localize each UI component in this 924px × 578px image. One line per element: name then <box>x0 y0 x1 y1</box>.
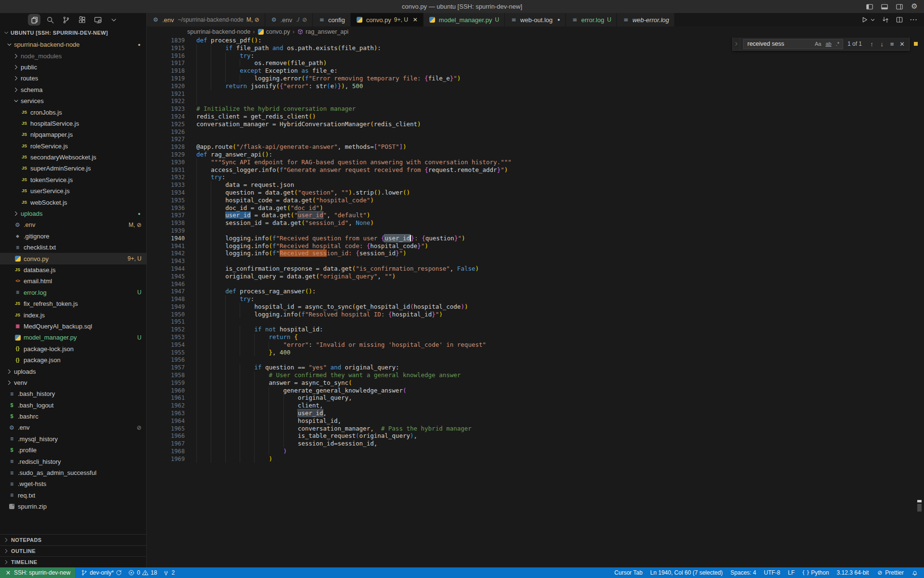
line-number[interactable]: 1960 <box>147 387 196 395</box>
line-number[interactable]: 1954 <box>147 342 196 349</box>
explorer-item-package.json[interactable]: {}package.json <box>0 355 146 366</box>
cursor-tab-status[interactable]: Cursor Tab <box>615 569 642 576</box>
explorer-item-email.html[interactable]: <>email.html <box>0 276 146 287</box>
explorer-item-spurrinai-backend-node[interactable]: spurrinai-backend-node● <box>0 39 146 50</box>
explorer-item-MedQueryAI-backup.sql[interactable]: ≣MedQueryAI_backup.sql <box>0 321 146 332</box>
line-number[interactable]: 1953 <box>147 334 196 342</box>
code-line-1949[interactable]: 1949hospital_id = async_to_sync(get_hosp… <box>147 303 924 311</box>
code-line-1923[interactable]: 1923# Initialize the hybrid conversation… <box>147 105 924 113</box>
code-text[interactable]: return jsonify({"error": str(e)}), 500 <box>196 82 363 90</box>
explorer-item-model-manager.py[interactable]: model_manager.pyU <box>0 332 146 343</box>
explorer-item-.env[interactable]: ⚙.env⊘ <box>0 422 146 433</box>
explorer-item-.mysql-history[interactable]: ≡.mysql_history <box>0 434 146 445</box>
code-line-1942[interactable]: 1942logging.info(f"Received session_id: … <box>147 250 924 257</box>
find-close-button[interactable]: ✕ <box>897 39 907 49</box>
line-number[interactable]: 1923 <box>147 105 196 113</box>
explorer-item-nlpqamapper.js[interactable]: JSnlpqamapper.js <box>0 129 146 140</box>
line-number[interactable]: 1949 <box>147 303 196 311</box>
line-number[interactable]: 1939 <box>147 227 196 235</box>
extensions-icon[interactable] <box>76 14 88 26</box>
code-line-1946[interactable]: 1946 <box>147 280 924 288</box>
code-text[interactable]: def process_pdf(): <box>196 37 261 44</box>
explorer-item-.profile[interactable]: $.profile <box>0 445 146 456</box>
line-number[interactable]: 1968 <box>147 448 196 456</box>
line-number[interactable]: 1946 <box>147 281 196 289</box>
code-line-1938[interactable]: 1938session_id = data.get("session_id", … <box>147 219 924 227</box>
code-text[interactable]: if not hospital_id: <box>196 326 323 333</box>
layout-sidebar-left-icon[interactable] <box>866 3 873 11</box>
explorer-item-index.js[interactable]: JSindex.js <box>0 309 146 320</box>
code-text[interactable]: os.remove(file_path) <box>196 59 327 66</box>
code-text[interactable] <box>196 356 240 363</box>
line-number[interactable]: 1961 <box>147 394 196 402</box>
tab-.env[interactable]: ⚙.env~/spurrinai-backend-nodeM, ⊘ <box>147 13 265 26</box>
explorer-item-routes[interactable]: routes <box>0 73 146 84</box>
code-line-1920[interactable]: 1920return jsonify({"error": str(e)}), 5… <box>147 82 924 90</box>
explorer-item-fix-refresh-token.js[interactable]: JSfix_refresh_token.js <box>0 298 146 309</box>
problems-status[interactable]: 018 <box>128 569 157 576</box>
code-text[interactable]: hospital_id, <box>196 417 341 424</box>
line-number[interactable]: 1959 <box>147 380 196 387</box>
code-line-1924[interactable]: 1924redis_client = get_redis_client() <box>147 113 924 120</box>
line-number[interactable]: 1937 <box>147 212 196 220</box>
explorer-item-checklist.txt[interactable]: ≡checklist.txt <box>0 242 146 253</box>
explorer-item-userService.js[interactable]: JSuserService.js <box>0 185 146 197</box>
notifications-status[interactable] <box>911 569 918 576</box>
explorer-item-.env[interactable]: ⚙.envM, ⊘ <box>0 219 146 230</box>
remote-explorer-icon[interactable] <box>91 14 104 26</box>
line-number[interactable]: 1965 <box>147 425 196 433</box>
line-number[interactable]: 1925 <box>147 121 196 129</box>
line-number[interactable]: 1958 <box>147 372 196 380</box>
find-previous-button[interactable]: ↑ <box>867 39 877 49</box>
line-number[interactable]: 1924 <box>147 113 196 121</box>
explorer-item-.sudo-as-admin-successful[interactable]: ≡.sudo_as_admin_successful <box>0 467 146 478</box>
explorer-item-services[interactable]: services <box>0 95 146 106</box>
code-text[interactable]: conversation_manager = HybridConversatio… <box>196 120 421 128</box>
explorer-icon[interactable] <box>28 14 40 26</box>
explorer-item-.wget-hsts[interactable]: ≡.wget-hsts <box>0 478 146 489</box>
code-text[interactable]: ) <box>196 455 272 462</box>
code-line-1966[interactable]: 1966is_table_request(original_query), <box>147 432 924 440</box>
explorer-item-uploads[interactable]: uploads● <box>0 208 146 219</box>
line-number[interactable]: 1917 <box>147 60 196 67</box>
line-number[interactable]: 1918 <box>147 67 196 75</box>
close-icon[interactable]: ✕ <box>413 16 418 23</box>
code-line-1922[interactable]: 1922 <box>147 97 924 105</box>
tab-web-out.log[interactable]: ≡web-out.log● <box>505 13 566 26</box>
tab-web-error.log[interactable]: ≡web-error.log <box>617 13 675 26</box>
compare-changes-button[interactable] <box>882 16 889 24</box>
scrollbar-thumb[interactable] <box>917 504 922 512</box>
line-number[interactable]: 1966 <box>147 433 196 440</box>
code-editor[interactable]: 1839def process_pdf():1915if file_path a… <box>147 37 924 567</box>
code-text[interactable]: except Exception as file_e: <box>196 67 338 74</box>
line-number[interactable]: 1969 <box>147 456 196 463</box>
code-line-1932[interactable]: 1932try: <box>147 173 924 181</box>
run-dropdown-chevron[interactable] <box>870 17 875 23</box>
code-line-1963[interactable]: 1963user_id, <box>147 409 924 417</box>
find-collapse-toggle[interactable] <box>733 38 740 50</box>
line-number[interactable]: 1950 <box>147 311 196 319</box>
code-text[interactable]: hospital_code = data.get("hospital_code"… <box>196 197 374 204</box>
code-line-1969[interactable]: 1969) <box>147 455 924 463</box>
code-text[interactable] <box>196 318 240 325</box>
search-icon[interactable] <box>44 14 56 26</box>
code-text[interactable]: "error": "Invalid or missing 'hospital_c… <box>196 341 486 348</box>
code-text[interactable]: """Sync API endpoint for RAG-based quest… <box>196 158 512 166</box>
code-text[interactable]: logging.info(f"Received question from us… <box>196 235 465 242</box>
tab-.env[interactable]: ⚙.env./⊘ <box>265 13 313 26</box>
code-line-1950[interactable]: 1950logging.info(f"Resolved hospital ID:… <box>147 311 924 318</box>
code-text[interactable] <box>196 227 225 234</box>
line-number[interactable]: 1956 <box>147 356 196 364</box>
code-text[interactable]: def process_rag_answer(): <box>196 288 316 295</box>
code-text[interactable]: logging.error(f"Error removing temporary… <box>196 75 461 82</box>
more-actions-button[interactable]: ⋯ <box>910 16 917 24</box>
explorer-item-.bash-logout[interactable]: $.bash_logout <box>0 400 146 411</box>
explorer-item-convo.py[interactable]: convo.py9+, U <box>0 253 146 264</box>
line-number[interactable]: 1938 <box>147 220 196 227</box>
explorer-item-hospitalService.js[interactable]: JShospitalService.js <box>0 118 146 129</box>
code-text[interactable]: original_query = data.get("original_quer… <box>196 273 396 280</box>
line-number[interactable]: 1952 <box>147 326 196 334</box>
formatter-status[interactable]: ⊘Prettier <box>876 569 904 576</box>
code-line-1962[interactable]: 1962client, <box>147 402 924 409</box>
code-line-1953[interactable]: 1953return { <box>147 333 924 341</box>
